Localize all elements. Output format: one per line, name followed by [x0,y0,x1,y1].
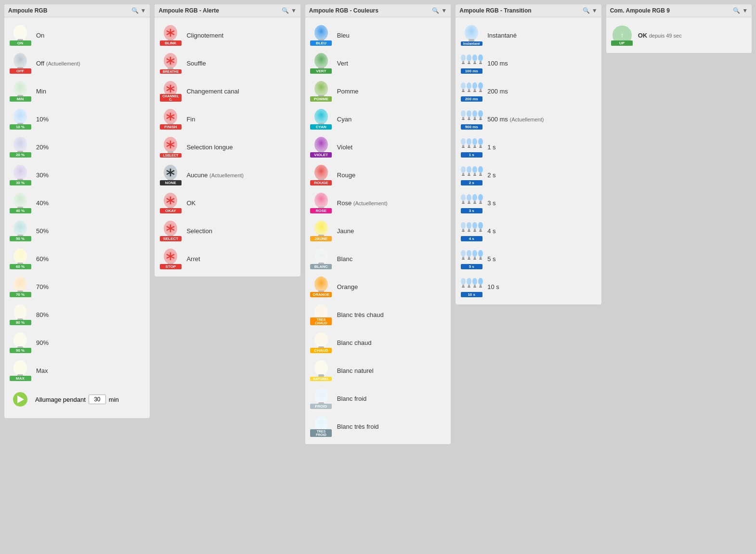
svg-rect-249 [480,201,482,203]
list-item[interactable]: 40 %40% [8,189,146,217]
svg-point-260 [478,222,483,229]
list-item[interactable]: FINISHFin [158,105,296,133]
item-label: OK [186,199,196,207]
list-item[interactable]: 10 %10% [8,105,146,133]
timer-play-button[interactable] [8,387,32,411]
panel-title-ampoule-rgb-alerte: Ampoule RGB - Alerte [158,7,219,14]
list-item[interactable]: JAUNEJaune [309,217,447,245]
list-item[interactable]: 500 ms500 ms (Actuellement) [459,105,597,133]
search-icon[interactable]: 🔍 [131,7,139,14]
item-thumb: OKAY [158,191,182,215]
svg-rect-208 [468,119,470,120]
item-badge: MAX [10,376,31,381]
list-item[interactable]: VERTVert [309,49,447,77]
list-item[interactable]: 80 %80% [8,301,146,329]
item-thumb: SELECT [158,219,182,243]
svg-rect-214 [479,119,482,120]
list-item[interactable]: OKAYOK [158,189,296,217]
item-badge: VERT [310,68,332,74]
item-label: Arret [186,255,200,263]
item-thumb: BLEU [309,23,333,47]
list-item[interactable]: CHANNEL C.Changement canal [158,77,296,105]
item-badge: 1 s [461,152,482,158]
list-item[interactable]: 5 s5 s [459,245,597,273]
svg-rect-267 [468,257,470,259]
item-badge: OFF [10,68,31,74]
chevron-down-icon[interactable]: ▼ [291,7,297,14]
list-item[interactable]: 60 %60% [8,245,146,273]
svg-point-266 [467,250,471,257]
list-item[interactable]: MAXMax [8,356,146,384]
list-item[interactable]: ORANGEOrange [309,273,447,301]
list-item[interactable]: 20 %20% [8,133,146,161]
list-item[interactable]: STOPArret [158,245,296,273]
panel-header-com-ampoule-rgb-9: Com. Ampoule RGB 9 🔍 ▼ [606,4,752,17]
list-item[interactable]: MINMin [8,77,146,105]
list-item[interactable]: SELECTSelection [158,217,296,245]
chevron-down-icon[interactable]: ▼ [441,7,447,14]
list-item[interactable]: BREATHESouffle [158,49,296,77]
item-label: Cyan [337,116,352,123]
chevron-down-icon[interactable]: ▼ [592,7,598,14]
svg-rect-192 [462,89,464,91]
svg-point-144 [314,221,328,236]
search-icon[interactable]: 🔍 [282,7,289,14]
play-icon[interactable] [13,392,27,407]
list-item[interactable]: 200 ms200 ms [459,77,597,105]
list-item[interactable]: 100 ms100 ms [459,49,597,77]
item-label: 5 s [487,255,495,263]
search-icon[interactable]: 🔍 [733,7,740,14]
list-item[interactable]: 2 s2 s [459,161,597,189]
timer-input[interactable] [89,395,106,404]
svg-point-257 [472,222,477,229]
list-item[interactable]: 10 s10 s [459,273,597,301]
chevron-down-icon[interactable]: ▼ [742,7,748,14]
list-item[interactable]: CYANCyan [309,105,447,133]
list-item[interactable]: ROUGERouge [309,161,447,189]
list-item[interactable]: POMMEPomme [309,77,447,105]
panel-header-ampoule-rgb-transition: Ampoule RGB - Transition 🔍 ▼ [456,4,601,17]
item-label: 1 s [487,144,495,151]
list-item[interactable]: BLEUBleu [309,21,447,49]
list-item[interactable]: InstantanéInstantané [459,21,597,49]
panel-ampoule-rgb-alerte: Ampoule RGB - Alerte 🔍 ▼ BLINKClignoteme… [154,4,300,277]
item-label: Min [36,88,46,95]
list-item[interactable]: OFFOff (Actuellement) [8,49,146,77]
panel-body-ampoule-rgb-alerte: BLINKClignotement BREATHESouffle CHANNEL… [155,17,300,277]
svg-rect-219 [468,145,470,147]
svg-rect-262 [479,231,482,232]
svg-point-17 [13,137,27,152]
list-item[interactable]: 4 s4 s [459,217,597,245]
item-thumb: STOP [158,247,182,271]
list-item[interactable]: 3 s3 s [459,189,597,217]
list-item[interactable]: BLINKClignotement [158,21,296,49]
svg-rect-253 [462,231,465,232]
list-item[interactable]: ONOn [8,21,146,49]
list-item[interactable]: ROSERose (Actuellement) [309,189,447,217]
search-icon[interactable]: 🔍 [583,7,590,14]
list-item[interactable]: TRES CHAUDBlanc très chaud [309,301,447,329]
chevron-down-icon[interactable]: ▼ [141,7,146,14]
list-item[interactable]: NATURELBlanc naturel [309,356,447,384]
list-item[interactable]: VIOLETViolet [309,133,447,161]
list-item[interactable]: 50 %50% [8,217,146,245]
svg-point-152 [314,277,328,292]
list-item[interactable]: 70 %70% [8,273,146,301]
list-item[interactable]: FROIDBlanc froid [309,384,447,412]
item-thumb: 30 % [8,163,32,187]
list-item[interactable]: TRES FROIDBlanc très froid [309,412,447,440]
item-badge: ROUGE [310,180,332,185]
list-item[interactable]: 30 %30% [8,161,146,189]
list-item[interactable]: CHAUDBlanc chaud [309,329,447,356]
list-item[interactable]: BLANCBlanc [309,245,447,273]
list-item[interactable]: 90 %90% [8,329,146,356]
list-item[interactable]: ↑ UPOK depuis 49 sec [610,21,748,49]
list-item[interactable]: LSELECTSelection longue [158,133,296,161]
svg-point-194 [467,82,471,89]
item-thumb: 90 % [8,330,32,355]
search-icon[interactable]: 🔍 [432,7,439,14]
svg-point-41 [13,304,27,320]
svg-rect-265 [462,259,465,260]
list-item[interactable]: 1 s1 s [459,133,597,161]
list-item[interactable]: NONEAucune (Actuellement) [158,161,296,189]
